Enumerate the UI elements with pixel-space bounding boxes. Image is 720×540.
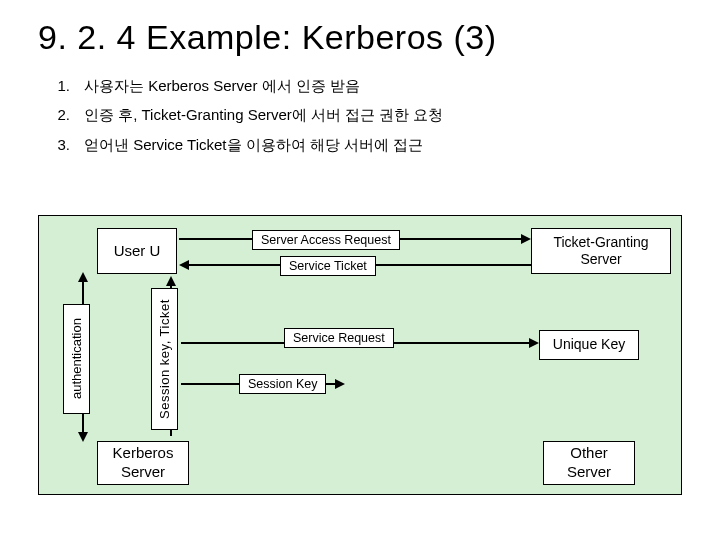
arrow-head-icon bbox=[78, 432, 88, 442]
step-list: 1. 사용자는 Kerberos Server 에서 인증 받음 2. 인증 후… bbox=[0, 57, 720, 159]
ticket-granting-server-box: Ticket-Granting Server bbox=[531, 228, 671, 274]
session-key-ticket-label: Session key, Ticket bbox=[151, 288, 178, 430]
list-number: 1. bbox=[52, 71, 70, 100]
unique-key-box: Unique Key bbox=[539, 330, 639, 360]
session-key-label: Session Key bbox=[239, 374, 326, 394]
list-text: 인증 후, Ticket-Granting Server에 서버 접근 권한 요… bbox=[84, 100, 444, 129]
service-ticket-label: Service Ticket bbox=[280, 256, 376, 276]
other-server-box: Other Server bbox=[543, 441, 635, 485]
arrow-head-icon bbox=[78, 272, 88, 282]
arrow-head-icon bbox=[335, 379, 345, 389]
arrow-head-icon bbox=[179, 260, 189, 270]
service-request-label: Service Request bbox=[284, 328, 394, 348]
user-box: User U bbox=[97, 228, 177, 274]
list-item: 2. 인증 후, Ticket-Granting Server에 서버 접근 권… bbox=[52, 100, 720, 129]
list-number: 2. bbox=[52, 100, 70, 129]
arrow-head-icon bbox=[166, 276, 176, 286]
list-item: 1. 사용자는 Kerberos Server 에서 인증 받음 bbox=[52, 71, 720, 100]
arrow-head-icon bbox=[529, 338, 539, 348]
page-title: 9. 2. 4 Example: Kerberos (3) bbox=[0, 0, 720, 57]
list-number: 3. bbox=[52, 130, 70, 159]
kerberos-diagram: User U Ticket-Granting Server Kerberos S… bbox=[38, 215, 682, 495]
authentication-label: authentication bbox=[63, 304, 90, 414]
kerberos-server-box: Kerberos Server bbox=[97, 441, 189, 485]
server-access-request-label: Server Access Request bbox=[252, 230, 400, 250]
list-item: 3. 얻어낸 Service Ticket을 이용하여 해당 서버에 접근 bbox=[52, 130, 720, 159]
arrow-head-icon bbox=[521, 234, 531, 244]
list-text: 사용자는 Kerberos Server 에서 인증 받음 bbox=[84, 71, 360, 100]
list-text: 얻어낸 Service Ticket을 이용하여 해당 서버에 접근 bbox=[84, 130, 423, 159]
